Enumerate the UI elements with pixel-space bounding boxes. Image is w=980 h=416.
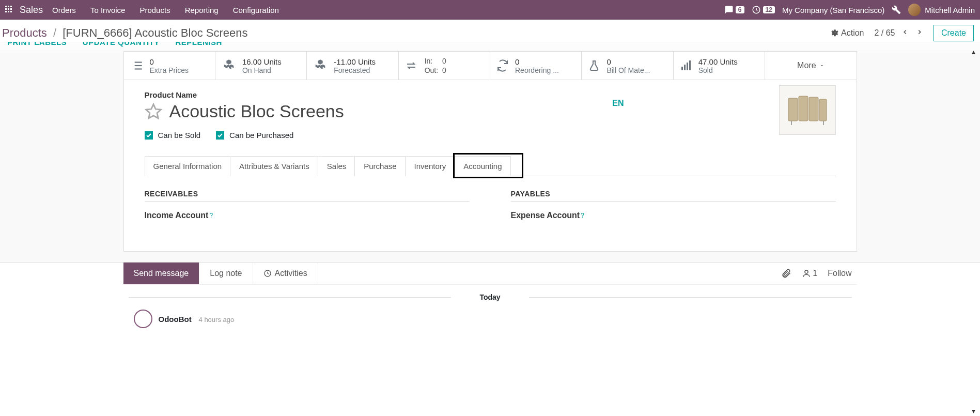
can-be-sold-checkbox[interactable]: Can be Sold (145, 131, 201, 140)
menu-configuration[interactable]: Configuration (233, 6, 279, 14)
user-menu[interactable]: Mitchell Admin (908, 4, 975, 16)
bar-chart-icon (680, 59, 692, 72)
flask-icon (588, 59, 600, 72)
svg-rect-3 (5, 8, 7, 10)
paperclip-icon (781, 268, 791, 279)
transfer-icon (405, 59, 417, 72)
product-name-label: Product Name (145, 90, 836, 99)
tab-sales[interactable]: Sales (318, 156, 355, 176)
svg-rect-5 (10, 8, 12, 10)
bot-avatar-icon (134, 310, 152, 328)
svg-rect-1 (8, 6, 9, 7)
tab-general-information[interactable]: General Information (145, 156, 231, 176)
pager-prev-icon[interactable] (901, 28, 909, 36)
stat-more[interactable]: More (765, 52, 856, 80)
pager-next-icon[interactable] (916, 28, 923, 36)
svg-marker-21 (146, 104, 160, 118)
activities-badge: 12 (763, 6, 775, 13)
tab-attributes-variants[interactable]: Attributes & Variants (230, 156, 318, 176)
clock-icon (263, 269, 272, 278)
top-menu: Orders To Invoice Products Reporting Con… (52, 6, 279, 14)
send-message-button[interactable]: Send message (123, 263, 200, 284)
product-image[interactable] (779, 85, 836, 135)
action-dropdown[interactable]: Action (831, 28, 864, 38)
svg-rect-20 (689, 60, 691, 70)
replenish-button[interactable]: REPLENISH (175, 42, 222, 47)
activities-button[interactable]: Activities (253, 263, 318, 284)
messages-button[interactable]: 6 (724, 5, 744, 14)
tab-accounting[interactable]: Accounting (455, 156, 510, 176)
attachments-button[interactable] (781, 268, 791, 279)
svg-rect-19 (687, 63, 688, 70)
menu-orders[interactable]: Orders (52, 6, 76, 14)
income-account-field[interactable]: Income Account? (145, 211, 470, 220)
menu-reporting[interactable]: Reporting (185, 6, 219, 14)
svg-rect-0 (5, 6, 7, 7)
svg-rect-18 (684, 65, 686, 70)
svg-point-10 (834, 32, 836, 34)
stat-in-out[interactable]: In:0Out:0 (399, 52, 490, 80)
help-icon[interactable]: ? (209, 212, 213, 219)
svg-point-29 (805, 270, 808, 273)
user-icon (802, 269, 811, 278)
messages-badge: 6 (736, 6, 744, 13)
user-name: Mitchell Admin (925, 6, 975, 14)
stat-bom[interactable]: 0Bill Of Mate... (582, 52, 673, 80)
follow-button[interactable]: Follow (828, 269, 851, 278)
breadcrumb: Products / [FURN_6666] Acoustic Bloc Scr… (2, 26, 247, 40)
caret-down-icon (819, 63, 825, 68)
product-name-input[interactable]: Acoustic Bloc Screens (169, 101, 344, 121)
svg-rect-22 (788, 98, 798, 121)
message-author[interactable]: OdooBot (159, 315, 192, 323)
stat-forecasted[interactable]: -11.00 UnitsForecasted (307, 52, 398, 80)
menu-products[interactable]: Products (139, 6, 170, 14)
form-buttons-row: PRINT LABELS UPDATE QUANTITY REPLENISH (0, 42, 980, 51)
help-icon[interactable]: ? (581, 212, 584, 219)
favorite-star-icon[interactable] (145, 103, 162, 120)
tabs: General Information Attributes & Variant… (145, 156, 836, 176)
stat-reordering[interactable]: 0Reordering ... (490, 52, 582, 80)
checkbox-checked-icon (216, 131, 224, 140)
lang-badge[interactable]: EN (612, 99, 624, 108)
receivables-title: RECEIVABLES (145, 190, 470, 202)
svg-rect-17 (681, 67, 683, 70)
checkbox-checked-icon (145, 131, 153, 140)
create-button[interactable]: Create (934, 25, 974, 41)
date-separator: Today (123, 293, 857, 301)
can-be-purchased-checkbox[interactable]: Can be Purchased (216, 131, 293, 140)
activities-button[interactable]: 12 (752, 5, 775, 14)
scroll-up-icon[interactable]: ▴ (972, 48, 979, 56)
tab-inventory[interactable]: Inventory (406, 156, 455, 176)
svg-rect-24 (809, 97, 818, 121)
expense-account-field[interactable]: Expense Account? (511, 211, 836, 220)
avatar-icon (908, 4, 921, 16)
breadcrumb-root[interactable]: Products (2, 26, 47, 39)
svg-rect-6 (5, 11, 7, 12)
apps-icon[interactable] (5, 6, 14, 14)
debug-icon[interactable] (892, 5, 901, 14)
refresh-icon (496, 59, 509, 72)
cubes-icon (222, 58, 236, 73)
message-time: 4 hours ago (199, 316, 235, 323)
menu-to-invoice[interactable]: To Invoice (90, 6, 126, 14)
list-icon (130, 59, 144, 72)
cubes-icon (313, 58, 328, 73)
breadcrumb-current: [FURN_6666] Acoustic Bloc Screens (63, 26, 247, 39)
update-quantity-button[interactable]: UPDATE QUANTITY (83, 42, 160, 47)
log-note-button[interactable]: Log note (199, 263, 253, 284)
app-brand[interactable]: Sales (20, 5, 43, 16)
svg-rect-25 (819, 99, 827, 121)
print-labels-button[interactable]: PRINT LABELS (7, 42, 67, 47)
tab-purchase[interactable]: Purchase (355, 156, 405, 176)
pager-text[interactable]: 2 / 65 (874, 28, 895, 38)
stat-on-hand[interactable]: 16.00 UnitsOn Hand (215, 52, 307, 80)
svg-rect-8 (10, 11, 12, 12)
stat-sold[interactable]: 47.00 UnitsSold (674, 52, 765, 80)
stat-extra-prices[interactable]: 0Extra Prices (124, 52, 215, 80)
svg-rect-2 (10, 6, 12, 7)
svg-rect-23 (799, 96, 808, 121)
followers-button[interactable]: 1 (802, 269, 817, 278)
message: OdooBot 4 hours ago (123, 310, 857, 328)
company-switcher[interactable]: My Company (San Francisco) (782, 6, 884, 14)
svg-rect-7 (8, 11, 9, 12)
